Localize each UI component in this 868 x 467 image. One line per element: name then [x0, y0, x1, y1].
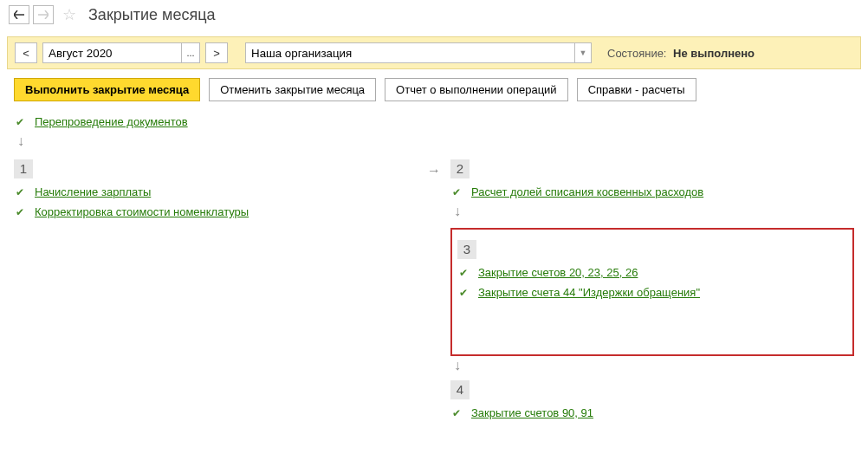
nav-forward-button[interactable] — [33, 5, 54, 24]
stage-2-num: 2 — [450, 159, 470, 178]
step-1a-link[interactable]: Начисление зарплаты — [35, 185, 151, 198]
stage-3-num: 3 — [457, 240, 476, 259]
toolbar: < ... > ▼ Состояние: Не выполнено — [7, 36, 861, 69]
flow-down-icon: ↓ — [14, 132, 854, 151]
arrow-right-icon — [38, 10, 49, 19]
step-4a-link[interactable]: Закрытие счетов 90, 91 — [471, 406, 593, 419]
check-icon: ✔ — [14, 206, 26, 218]
report-button[interactable]: Отчет о выполнении операций — [385, 78, 568, 101]
flow-down-icon: ↓ — [450, 356, 854, 375]
flow-right-icon: → — [427, 163, 441, 178]
arrow-left-icon — [14, 10, 24, 19]
check-icon: ✔ — [14, 186, 26, 198]
step-3b-link[interactable]: Закрытие счета 44 "Издержки обращения" — [478, 286, 700, 299]
stage-4-num: 4 — [450, 380, 470, 399]
stage-1-num: 1 — [14, 159, 33, 178]
period-select-button[interactable]: ... — [181, 42, 200, 63]
check-icon: ✔ — [457, 287, 470, 299]
status-label: Состояние: — [607, 47, 666, 60]
step-1b-link[interactable]: Корректировка стоимости номенклатуры — [35, 205, 249, 218]
flow-down-icon: ↓ — [450, 202, 854, 221]
page-title: Закрытие месяца — [88, 6, 215, 24]
check-icon: ✔ — [457, 267, 470, 279]
check-icon: ✔ — [450, 186, 463, 198]
execute-button[interactable]: Выполнить закрытие месяца — [14, 78, 200, 101]
favorite-star-icon[interactable]: ☆ — [62, 5, 76, 24]
check-icon: ✔ — [450, 407, 463, 419]
organization-input[interactable] — [245, 42, 574, 63]
prestep-link[interactable]: Перепроведение документов — [35, 115, 188, 128]
period-prev-button[interactable]: < — [15, 42, 37, 63]
step-2a-link[interactable]: Расчет долей списания косвенных расходов — [471, 185, 703, 198]
period-input[interactable] — [42, 42, 181, 63]
stage-3-highlight: 3 ✔ Закрытие счетов 20, 23, 25, 26 ✔ Зак… — [450, 228, 854, 356]
check-icon: ✔ — [14, 116, 26, 128]
nav-back-button[interactable] — [9, 5, 29, 24]
refs-button[interactable]: Справки - расчеты — [577, 78, 696, 101]
cancel-button[interactable]: Отменить закрытие месяца — [209, 78, 376, 101]
organization-dropdown-button[interactable]: ▼ — [574, 42, 592, 63]
step-3a-link[interactable]: Закрытие счетов 20, 23, 25, 26 — [478, 266, 638, 279]
status-value: Не выполнено — [673, 47, 755, 60]
period-next-button[interactable]: > — [205, 42, 228, 63]
